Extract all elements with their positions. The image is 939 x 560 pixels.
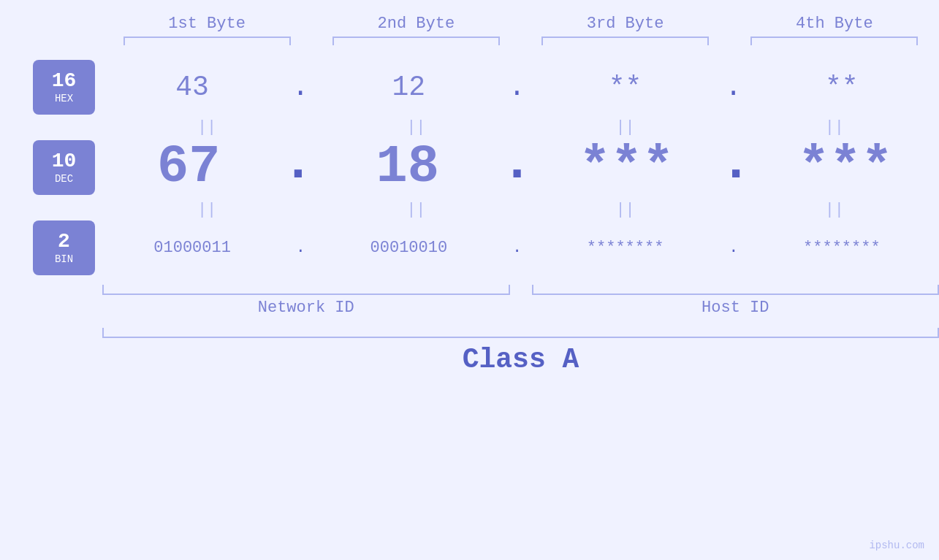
class-label-row: Class A: [0, 344, 939, 375]
eq1-4: ||: [730, 118, 939, 137]
dec-values: 67 . 18 . *** . ***: [95, 137, 939, 197]
byte-label-2: 2nd Byte: [311, 15, 520, 33]
dec-badge-number: 10: [52, 150, 77, 173]
dec-dot-2: .: [501, 137, 533, 197]
hex-badge: 16 HEX: [33, 60, 95, 115]
bin-row: 2 BIN 01000011 . 00010010 . ******** . *…: [0, 220, 939, 275]
bracket-line-3: [541, 37, 709, 45]
byte-label-3: 3rd Byte: [521, 15, 730, 33]
network-id-label: Network ID: [102, 299, 510, 317]
bracket-line-4: [750, 37, 918, 45]
dec-badge-label: DEC: [55, 173, 73, 185]
hex-badge-number: 16: [52, 70, 77, 93]
dec-badge: 10 DEC: [33, 140, 95, 195]
watermark: ipshu.com: [869, 540, 924, 551]
hex-row: 16 HEX 43 . 12 . ** . **: [0, 60, 939, 115]
bin-val-2: 00010010: [311, 239, 506, 257]
byte-label-4: 4th Byte: [730, 15, 939, 33]
bin-badge: 2 BIN: [33, 220, 95, 275]
hex-values: 43 . 12 . ** . **: [95, 72, 939, 103]
bin-dot-1: .: [289, 239, 311, 257]
eq1-1: ||: [102, 118, 311, 137]
bracket-cell-2: [311, 37, 520, 45]
equals-row-1: || || || ||: [0, 118, 939, 137]
header-row: 1st Byte 2nd Byte 3rd Byte 4th Byte: [0, 15, 939, 33]
bin-dot-3: .: [723, 239, 745, 257]
hex-val-1: 43: [95, 72, 289, 103]
dec-dot-3: .: [720, 137, 751, 197]
bin-val-3: ********: [528, 239, 723, 257]
top-bracket-row: [0, 37, 939, 45]
hex-val-2: 12: [311, 72, 506, 103]
main-container: 1st Byte 2nd Byte 3rd Byte 4th Byte 16 H…: [0, 0, 939, 560]
dec-val-2: 18: [314, 137, 501, 197]
eq2-3: ||: [521, 201, 730, 220]
bin-dot-2: .: [506, 239, 528, 257]
dec-dot-1: .: [282, 137, 313, 197]
host-id-label: Host ID: [532, 299, 940, 317]
bin-val-4: ********: [745, 239, 939, 257]
bracket-line-2: [332, 37, 500, 45]
bin-values: 01000011 . 00010010 . ******** . *******…: [95, 239, 939, 257]
host-bracket: [532, 285, 940, 295]
eq2-2: ||: [311, 201, 520, 220]
hex-dot-1: .: [289, 72, 311, 103]
dec-val-1: 67: [95, 137, 282, 197]
id-labels: Network ID Host ID: [0, 299, 939, 317]
class-label: Class A: [102, 344, 939, 375]
eq2-4: ||: [730, 201, 939, 220]
bracket-cell-1: [102, 37, 311, 45]
hex-val-4: **: [745, 72, 939, 103]
dec-val-4: ***: [752, 137, 939, 197]
bracket-cell-4: [730, 37, 939, 45]
byte-label-1: 1st Byte: [102, 15, 311, 33]
class-bracket-row: [0, 328, 939, 338]
network-bracket: [102, 285, 510, 295]
eq1-3: ||: [521, 118, 730, 137]
equals-row-2: || || || ||: [0, 201, 939, 220]
dec-val-3: ***: [533, 137, 720, 197]
eq1-2: ||: [311, 118, 520, 137]
bracket-line-1: [123, 37, 291, 45]
dec-row: 10 DEC 67 . 18 . *** . ***: [0, 137, 939, 197]
hex-badge-label: HEX: [55, 93, 73, 104]
class-bracket: [102, 328, 939, 338]
bottom-bracket-container: [0, 285, 939, 295]
bin-badge-label: BIN: [55, 253, 73, 265]
hex-dot-2: .: [506, 72, 528, 103]
hex-val-3: **: [528, 72, 723, 103]
bin-badge-number: 2: [58, 231, 70, 253]
bin-val-1: 01000011: [95, 239, 289, 257]
bracket-spacer: [510, 285, 532, 295]
bracket-cell-3: [521, 37, 730, 45]
eq2-1: ||: [102, 201, 311, 220]
hex-dot-3: .: [723, 72, 745, 103]
